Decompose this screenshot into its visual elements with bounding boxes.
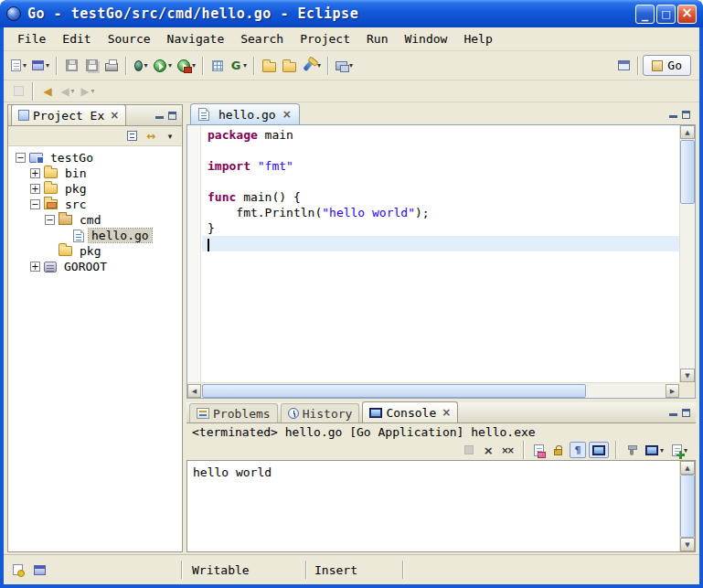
open-resource-button[interactable] — [259, 55, 279, 77]
collapse-all-button[interactable] — [123, 128, 140, 144]
window-icon — [34, 565, 46, 575]
menu-help[interactable]: Help — [455, 29, 500, 48]
scrollbar-thumb[interactable] — [680, 140, 695, 204]
tree-expander-icon[interactable]: − — [45, 215, 55, 225]
open-console-dropdown-button[interactable]: ▾ — [669, 442, 690, 458]
tree-item-pkg[interactable]: +pkg — [8, 181, 182, 197]
menu-file[interactable]: File — [9, 29, 54, 48]
scroll-left-icon[interactable]: ◀ — [187, 384, 201, 398]
back-dropdown-button[interactable]: ◀▾ — [58, 80, 78, 102]
external-tools-dropdown-button[interactable]: ▾ — [175, 55, 198, 77]
last-edit-location-button[interactable]: ◀ — [37, 80, 58, 102]
tree-item-bin[interactable]: +bin — [8, 166, 182, 181]
tree-expander-icon[interactable]: − — [16, 153, 26, 163]
scrollbar-thumb[interactable] — [202, 384, 586, 398]
console-output[interactable]: hello world ▲ ▼ — [186, 460, 696, 552]
pin-console-button[interactable] — [623, 442, 640, 458]
tree-expander-icon[interactable]: + — [30, 184, 40, 194]
word-wrap-button[interactable]: ¶ — [570, 442, 586, 458]
tree-item-pkg[interactable]: pkg — [8, 243, 182, 259]
menu-edit[interactable]: Edit — [54, 29, 99, 48]
forward-dropdown-button[interactable]: ▶▾ — [78, 80, 98, 102]
show-console-output-button[interactable] — [589, 442, 609, 458]
project-tree[interactable]: −testGo+bin+pkg−src−cmdhello.gopkg+GOROO… — [8, 146, 182, 551]
open-project-button[interactable] — [279, 55, 299, 77]
close-icon[interactable]: × — [110, 109, 119, 122]
menu-project[interactable]: Project — [292, 29, 358, 48]
tree-expander-icon[interactable]: − — [30, 199, 40, 209]
scroll-down-icon[interactable]: ▼ — [680, 538, 695, 551]
console-status-text: <terminated> hello.go [Go Application] h… — [192, 425, 536, 439]
close-icon[interactable]: × — [282, 108, 292, 121]
scroll-right-icon[interactable]: ▶ — [666, 384, 679, 398]
tree-item-goroot[interactable]: +GOROOT — [8, 259, 182, 274]
new-wizard-dropdown-button[interactable]: ▾ — [29, 55, 52, 77]
team-sync-dropdown-button[interactable]: ▾ — [333, 55, 356, 77]
scroll-lock-button[interactable] — [550, 442, 567, 458]
tree-item-hello-go[interactable]: hello.go — [8, 228, 182, 243]
scrollbar-thumb[interactable] — [680, 475, 695, 538]
save-all-button[interactable] — [81, 55, 101, 77]
close-button[interactable]: × — [677, 5, 697, 24]
minimize-view-icon[interactable] — [669, 111, 677, 119]
run-dropdown-button[interactable]: ▾ — [151, 55, 175, 77]
grid-icon — [212, 60, 223, 71]
menu-search[interactable]: Search — [232, 29, 292, 48]
tab-history[interactable]: History — [281, 403, 360, 422]
remove-all-launches-button[interactable]: ×× — [499, 442, 517, 458]
menu-navigate[interactable]: Navigate — [159, 29, 233, 48]
tree-item-src[interactable]: −src — [8, 197, 182, 212]
tree-item-testgo[interactable]: −testGo — [8, 150, 182, 166]
go-perspective-button[interactable]: Go — [643, 55, 691, 76]
clear-console-button[interactable] — [531, 442, 548, 458]
minimize-button[interactable]: ▁ — [635, 5, 655, 24]
display-console-dropdown-button[interactable]: ▾ — [643, 442, 666, 458]
menu-run[interactable]: Run — [358, 29, 396, 48]
code-token: import — [208, 159, 250, 173]
scroll-up-icon[interactable]: ▲ — [680, 461, 695, 475]
print-button[interactable] — [101, 55, 122, 77]
tab-project-explorer[interactable]: Project Ex × — [11, 104, 126, 125]
tab-hello-go[interactable]: hello.go × — [190, 103, 300, 124]
go-build-button[interactable] — [208, 55, 228, 77]
minimize-view-icon[interactable] — [669, 409, 677, 417]
menu-source[interactable]: Source — [100, 29, 159, 48]
open-perspective-button[interactable] — [613, 55, 634, 77]
maximize-view-icon[interactable] — [682, 111, 690, 119]
terminate-button[interactable] — [461, 442, 477, 458]
save-button[interactable] — [61, 55, 81, 77]
tree-expander-icon[interactable]: + — [30, 262, 40, 272]
maximize-view-icon[interactable] — [168, 112, 176, 120]
code-token: fmt.Println( — [208, 206, 322, 219]
tree-item-cmd[interactable]: −cmd — [8, 212, 182, 228]
view-menu-button[interactable]: ▾ — [162, 128, 178, 144]
maximize-button[interactable]: □ — [656, 5, 676, 24]
mark-occurrences-button[interactable] — [8, 80, 28, 102]
menu-window[interactable]: Window — [396, 29, 455, 48]
go-file-icon — [198, 108, 209, 121]
tree-expander-icon[interactable]: + — [30, 168, 40, 178]
maximize-view-icon[interactable] — [682, 409, 690, 417]
close-icon[interactable]: × — [442, 406, 451, 419]
title-bar[interactable]: Go - testGo/src/cmd/hello.go - Eclipse ▁… — [0, 0, 703, 27]
tab-console[interactable]: Console× — [362, 401, 458, 422]
code-editor[interactable]: package mainimport "fmt"func main() { fm… — [186, 125, 696, 399]
scroll-lock-icon — [554, 449, 562, 455]
minimize-view-icon[interactable] — [155, 112, 164, 120]
link-editor-button[interactable]: ↔ — [143, 128, 159, 144]
search-dropdown-button[interactable]: ▾ — [299, 55, 324, 77]
statusbar-window-button[interactable] — [31, 561, 48, 578]
new-go-element-dropdown-button[interactable]: G▾ — [228, 55, 250, 77]
new-dropdown-button[interactable]: ▾ — [8, 55, 29, 77]
scroll-down-icon[interactable]: ▼ — [680, 369, 695, 382]
tree-item-label: testGo — [48, 151, 96, 165]
debug-dropdown-button[interactable]: ▾ — [131, 55, 151, 77]
scroll-up-icon[interactable]: ▲ — [680, 125, 695, 139]
editor-vertical-scrollbar[interactable]: ▲ ▼ — [679, 125, 695, 382]
remove-launch-button[interactable]: × — [480, 442, 496, 458]
statusbar-shortcut-button[interactable] — [9, 561, 26, 578]
console-scrollbar[interactable]: ▲ ▼ — [679, 461, 695, 551]
tab-problems[interactable]: Problems — [189, 403, 278, 422]
code-area[interactable]: package mainimport "fmt"func main() { fm… — [202, 127, 679, 251]
editor-horizontal-scrollbar[interactable]: ◀ ▶ — [187, 382, 679, 398]
